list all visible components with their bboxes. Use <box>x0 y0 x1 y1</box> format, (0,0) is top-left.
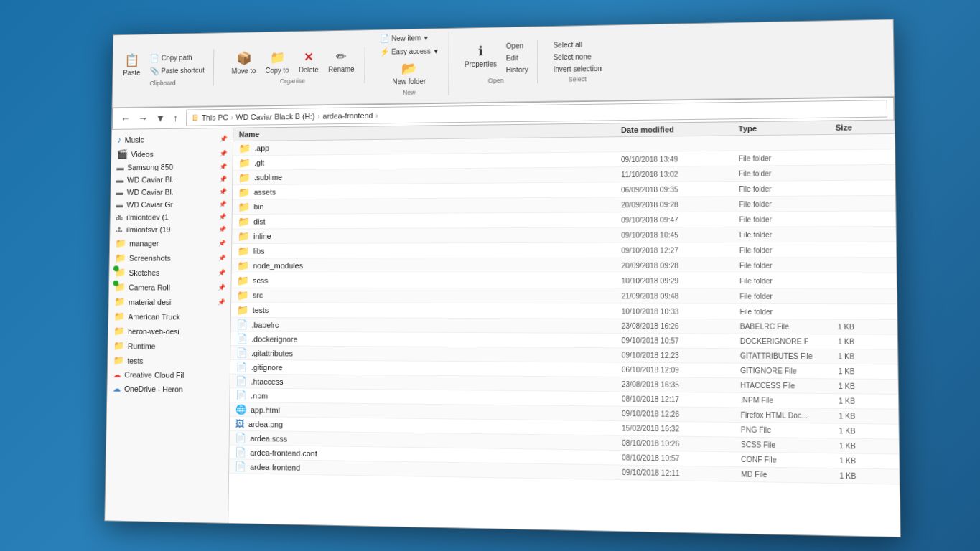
video-icon: 🎬 <box>116 149 127 159</box>
recent-button[interactable]: ▼ <box>153 111 168 125</box>
delete-icon: ✕ <box>303 50 314 65</box>
col-date[interactable]: Date modified <box>620 124 738 134</box>
forward-button[interactable]: → <box>135 111 150 125</box>
copy-to-button[interactable]: 📁 Copy to <box>261 47 293 76</box>
sidebar-item-6[interactable]: 🖧ilmiontdev (1📌 <box>110 210 231 223</box>
sidebar-item-17[interactable]: ☁Creative Cloud Fil <box>107 367 229 382</box>
new-item-button[interactable]: 📄 New item ▼ <box>375 32 442 44</box>
paste-shortcut-button[interactable]: 📎 Paste shortcut <box>146 64 207 77</box>
sidebar-item-8[interactable]: 📁manager📌 <box>109 235 230 250</box>
open-button[interactable]: Open <box>502 40 531 52</box>
file-size: 1 KB <box>838 367 892 376</box>
easy-access-button[interactable]: ⚡ Easy access ▼ <box>375 45 442 58</box>
sidebar-item-label: Videos <box>131 149 154 158</box>
file-name: src <box>252 291 262 300</box>
folder-icon: 📁 <box>113 355 123 366</box>
sidebar-item-15[interactable]: 📁Runtime <box>108 338 230 354</box>
new-label: New <box>402 89 415 96</box>
file-date: 06/09/2018 09:35 <box>621 185 739 194</box>
sidebar-item-3[interactable]: ▬WD Caviar Bl.📌 <box>111 173 232 187</box>
table-row[interactable]: 📁 src 21/09/2018 09:48 File folder <box>231 288 897 305</box>
file-date: 06/10/2018 12:09 <box>621 366 739 375</box>
sidebar-item-4[interactable]: ▬WD Caviar Bl.📌 <box>111 185 232 199</box>
file-type: .NPM File <box>740 396 839 405</box>
sidebar-item-label: ilmiontsvr (19 <box>126 225 170 234</box>
file-name: .gitattributes <box>251 349 292 357</box>
copy-path-button[interactable]: 📄 Copy path <box>146 51 208 64</box>
file-name: inline <box>253 232 271 240</box>
up-button[interactable]: ↑ <box>170 111 180 125</box>
file-explorer-window: 📋 Paste 📄 Copy path 📎 Paste shortcut <box>104 19 901 537</box>
invert-selection-button[interactable]: Invert selection <box>549 63 605 75</box>
path-part-3: ardea-frontend <box>322 111 373 121</box>
drive-icon: ▬ <box>116 164 123 172</box>
sidebar-item-14[interactable]: 📁heron-web-desi <box>108 324 230 339</box>
organise-label: Organise <box>279 77 304 85</box>
sidebar-item-13[interactable]: 📁American Truck <box>108 309 230 324</box>
delete-button[interactable]: ✕ Delete <box>294 47 323 76</box>
file-size <box>836 188 889 189</box>
select-none-button[interactable]: Select none <box>549 51 605 62</box>
sidebar-item-5[interactable]: ▬WD Caviar Gr📌 <box>110 198 231 211</box>
edit-button[interactable]: Edit <box>502 52 531 63</box>
sidebar-item-12[interactable]: 📁material-desi📌 <box>108 294 230 309</box>
file-date: 21/09/2018 09:48 <box>621 292 739 300</box>
col-name[interactable]: Name <box>238 126 620 138</box>
file-type: File folder <box>739 261 836 269</box>
drive-icon: ▬ <box>116 188 123 197</box>
move-to-button[interactable]: 📦 Move to <box>227 48 260 77</box>
ribbon: 📋 Paste 📄 Copy path 📎 Paste shortcut <box>112 19 894 108</box>
file-icon: 📄 <box>236 319 248 330</box>
file-date: 09/10/2018 10:45 <box>621 230 739 239</box>
file-type: DOCKERIGNORE F <box>739 337 838 346</box>
file-name: ardea-frontend <box>250 462 300 471</box>
file-name: ardea.png <box>248 420 282 429</box>
pin-icon: 📌 <box>218 283 225 291</box>
table-row[interactable]: 📁 libs 09/10/2018 12:27 File folder <box>231 242 895 259</box>
sidebar-item-7[interactable]: 🖧ilmiontsvr (19📌 <box>110 223 231 236</box>
folder-icon: 📁 <box>114 296 125 307</box>
select-all-button[interactable]: Select all <box>549 39 605 50</box>
file-name: .babelrc <box>251 320 279 329</box>
col-type[interactable]: Type <box>738 123 835 133</box>
file-list: Name Date modified Type Size 📁 .app 📁 .g… <box>228 121 900 537</box>
folder-icon: 📁 <box>238 201 249 212</box>
sidebar-item-16[interactable]: 📁tests <box>107 353 229 369</box>
file-name: libs <box>253 247 264 255</box>
sidebar-item-1[interactable]: 🎬Videos📌 <box>111 146 233 161</box>
sidebar-item-label: Screenshots <box>129 253 170 262</box>
sidebar-item-9[interactable]: 📁Screenshots📌 <box>109 250 231 265</box>
history-button[interactable]: History <box>502 65 531 75</box>
sidebar-item-label: material-desi <box>128 298 171 306</box>
sidebar-item-label: Camera Roll <box>129 283 170 291</box>
folder-icon: 📁 <box>114 267 125 278</box>
sidebar-item-2[interactable]: ▬Samsung 850📌 <box>111 160 232 174</box>
table-row[interactable]: 📁 scss 10/10/2018 09:29 File folder <box>231 273 897 289</box>
sidebar-item-0[interactable]: ♪Music📌 <box>111 131 233 147</box>
sidebar-item-10[interactable]: 📁Sketches📌 <box>109 265 231 280</box>
paste-button[interactable]: 📋 Paste <box>118 50 145 79</box>
paste-icon: 📋 <box>124 52 139 67</box>
new-folder-button[interactable]: 📂 New folder <box>388 58 430 88</box>
file-date: 09/10/2018 12:26 <box>622 410 741 419</box>
properties-button[interactable]: ℹ Properties <box>460 41 501 70</box>
sidebar-item-11[interactable]: 📁Camera Roll📌 <box>108 280 230 295</box>
sidebar-item-18[interactable]: ☁OneDrive - Heron <box>107 382 229 397</box>
file-type: Firefox HTML Doc... <box>740 411 839 420</box>
rename-button[interactable]: ✏ Rename <box>324 47 358 76</box>
col-size[interactable]: Size <box>835 123 888 132</box>
select-label: Select <box>568 75 586 83</box>
file-date: 23/08/2018 16:26 <box>621 322 739 331</box>
drive-icon: ▬ <box>116 201 123 209</box>
table-row[interactable]: 📁 inline 09/10/2018 10:45 File folder <box>232 227 896 244</box>
sidebar-item-label: tests <box>127 356 143 364</box>
file-date: 10/10/2018 09:29 <box>621 277 739 285</box>
pin-icon: 📌 <box>217 298 225 306</box>
network-icon: 🖧 <box>116 213 123 222</box>
table-row[interactable]: 📁 node_modules 20/09/2018 09:28 File fol… <box>231 258 896 273</box>
open-label: Open <box>487 77 503 84</box>
back-button[interactable]: ← <box>118 112 133 126</box>
file-size: 1 KB <box>838 338 891 347</box>
pin-icon: 📌 <box>219 188 227 195</box>
file-size <box>835 141 888 142</box>
